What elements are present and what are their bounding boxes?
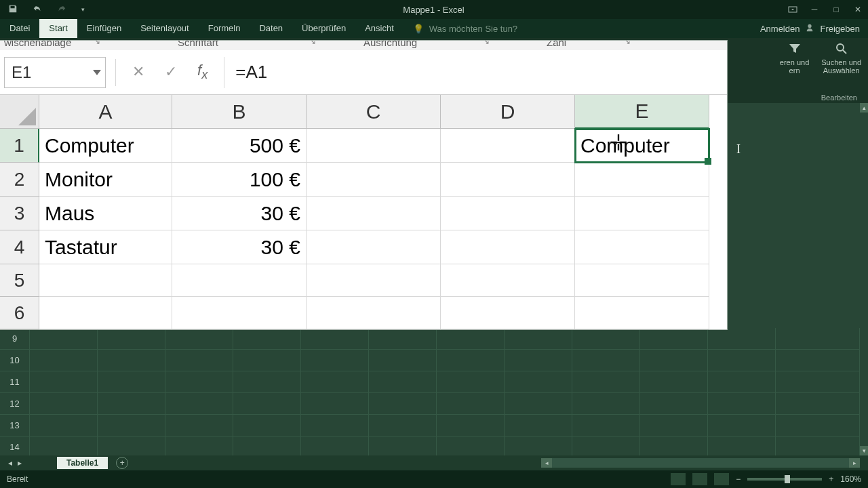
cell[interactable]	[165, 350, 233, 371]
formula-cancel-icon[interactable]: ✕	[132, 63, 144, 81]
row-header[interactable]: 10	[0, 350, 30, 371]
cell-C6[interactable]	[307, 297, 441, 329]
close-icon[interactable]: ✕	[848, 2, 868, 17]
cell[interactable]	[301, 415, 369, 436]
cell-E4[interactable]	[575, 230, 709, 264]
cell[interactable]	[776, 393, 860, 415]
cell[interactable]	[98, 350, 165, 371]
cell[interactable]	[776, 371, 860, 393]
cell[interactable]	[640, 371, 708, 393]
cell-A1[interactable]: Computer	[39, 129, 172, 163]
column-header-D[interactable]: D	[441, 95, 575, 129]
cell[interactable]	[505, 415, 572, 436]
scroll-up-icon[interactable]: ▴	[860, 103, 868, 113]
cell-D3[interactable]	[441, 197, 575, 230]
cell[interactable]	[369, 415, 437, 436]
cell-A2[interactable]: Monitor	[39, 163, 172, 197]
dialog-launcher-icon[interactable]: ↘	[94, 41, 100, 46]
sort-filter-button[interactable]: eren und ern	[780, 42, 809, 75]
cell-B4[interactable]: 30 €	[172, 230, 307, 264]
cell[interactable]	[437, 350, 505, 371]
fill-handle[interactable]	[705, 158, 711, 165]
cell[interactable]	[98, 328, 165, 350]
cell[interactable]	[572, 350, 640, 371]
select-all-corner[interactable]	[0, 95, 39, 129]
cell[interactable]	[708, 328, 776, 350]
row-header-5[interactable]: 5	[0, 264, 39, 297]
tab-insert[interactable]: Einfügen	[77, 19, 131, 38]
cell-B5[interactable]	[172, 264, 307, 297]
cell-A4[interactable]: Tastatur	[39, 230, 172, 264]
scroll-down-icon[interactable]: ▾	[860, 446, 868, 455]
tab-pagelayout[interactable]: Seitenlayout	[131, 19, 199, 38]
cell[interactable]	[301, 328, 369, 350]
cell-C3[interactable]	[307, 197, 441, 230]
ribbon-options-icon[interactable]	[783, 2, 803, 17]
column-header-A[interactable]: A	[39, 95, 172, 129]
cell[interactable]	[708, 350, 776, 371]
zoom-level[interactable]: 160%	[840, 474, 861, 484]
cell[interactable]	[572, 371, 640, 393]
find-select-button[interactable]: Suchen und Auswählen	[821, 42, 861, 75]
signin-link[interactable]: Anmelden	[760, 24, 800, 34]
scroll-right-icon[interactable]: ▸	[849, 458, 860, 468]
cell[interactable]	[233, 350, 301, 371]
cell[interactable]	[30, 393, 98, 415]
cell-E3[interactable]	[575, 197, 709, 230]
cell[interactable]	[505, 328, 572, 350]
cell[interactable]	[776, 328, 860, 350]
cell[interactable]	[98, 415, 165, 436]
name-box-dropdown-icon[interactable]	[93, 70, 101, 75]
cell[interactable]	[437, 393, 505, 415]
cell-A3[interactable]: Maus	[39, 197, 172, 230]
view-pagebreak-icon[interactable]	[714, 473, 729, 485]
tab-data[interactable]: Daten	[250, 19, 292, 38]
cell[interactable]	[437, 371, 505, 393]
column-header-B[interactable]: B	[172, 95, 307, 129]
cell[interactable]	[165, 328, 233, 350]
sheet-nav-prev-icon[interactable]: ◂	[8, 458, 12, 468]
minimize-icon[interactable]: ─	[804, 2, 825, 17]
view-normal-icon[interactable]	[671, 473, 686, 485]
tell-me-input[interactable]: Was möchten Sie tun?	[424, 24, 517, 34]
cell[interactable]	[505, 393, 572, 415]
cell-D5[interactable]	[441, 264, 575, 297]
maximize-icon[interactable]: □	[826, 2, 846, 17]
name-box[interactable]: E1	[4, 57, 106, 88]
insert-function-icon[interactable]: fx	[197, 62, 217, 82]
row-header[interactable]: 13	[0, 415, 30, 436]
cell-B6[interactable]	[172, 297, 307, 329]
redo-icon[interactable]	[57, 4, 66, 16]
cell[interactable]	[437, 415, 505, 436]
zoom-out-icon[interactable]: −	[736, 474, 741, 484]
view-pagelayout-icon[interactable]	[692, 473, 707, 485]
cell[interactable]	[640, 350, 708, 371]
row-header-2[interactable]: 2	[0, 163, 39, 197]
cell-C5[interactable]	[307, 264, 441, 297]
cell[interactable]	[233, 393, 301, 415]
zoom-slider[interactable]	[747, 478, 822, 481]
dialog-launcher-icon[interactable]: ↘	[624, 41, 631, 46]
cell[interactable]	[369, 371, 437, 393]
cell-E5[interactable]	[575, 264, 709, 297]
add-sheet-button[interactable]: +	[116, 457, 128, 469]
cell[interactable]	[572, 393, 640, 415]
cell[interactable]	[233, 371, 301, 393]
cell[interactable]	[233, 328, 301, 350]
cell[interactable]	[165, 393, 233, 415]
cell-D4[interactable]	[441, 230, 575, 264]
undo-icon[interactable]	[33, 4, 42, 16]
row-header[interactable]: 12	[0, 393, 30, 415]
cell[interactable]	[165, 371, 233, 393]
tab-home[interactable]: Start	[39, 19, 77, 38]
column-header-C[interactable]: C	[307, 95, 441, 129]
row-header-4[interactable]: 4	[0, 230, 39, 264]
cell[interactable]	[369, 350, 437, 371]
tab-formulas[interactable]: Formeln	[199, 19, 250, 38]
cell[interactable]	[301, 393, 369, 415]
cell-D1[interactable]	[441, 129, 575, 163]
cell[interactable]	[640, 393, 708, 415]
tab-file[interactable]: Datei	[0, 19, 39, 38]
cell[interactable]	[98, 371, 165, 393]
cell-E6[interactable]	[575, 297, 709, 329]
